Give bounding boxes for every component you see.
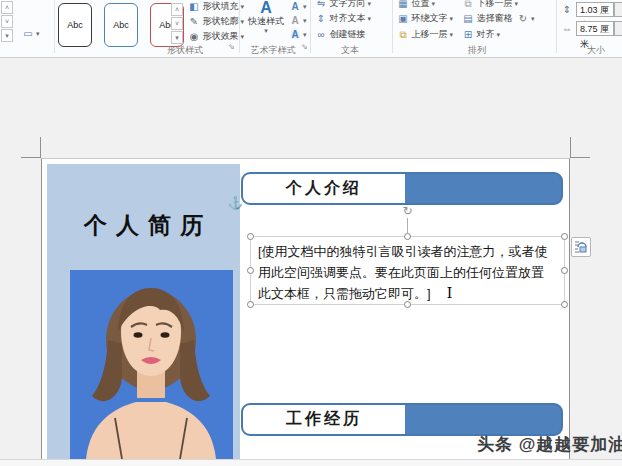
shape-style-preset-1[interactable]: Abc: [58, 3, 92, 47]
chevron-down-icon: ▾: [497, 31, 501, 38]
send-backward-button[interactable]: ⧉ 下移一层▾: [462, 0, 518, 10]
chevron-down-icon: ▾: [432, 0, 436, 7]
align-button[interactable]: ⊞ 对齐▾: [462, 27, 500, 41]
resize-handle-middle-left[interactable]: [247, 267, 254, 274]
size-group-label: 大小: [574, 44, 618, 55]
position-button[interactable]: ▦ 位置▾: [397, 0, 435, 10]
resize-handle-top-left[interactable]: [247, 233, 254, 240]
chevron-down-icon: ▾: [36, 30, 40, 37]
shapes-gallery-more-button[interactable]: ▾: [1, 29, 13, 42]
shape-height-spinner[interactable]: [614, 2, 622, 17]
group-divider: [310, 0, 311, 53]
text-group-label: 文本: [330, 44, 370, 55]
shapes-scroll-down-button[interactable]: ˅: [1, 15, 13, 28]
shapes-scroll-up-button[interactable]: ˄: [1, 1, 13, 14]
rotate-icon: ↻: [517, 12, 529, 26]
align-icon: ⊞: [462, 28, 474, 42]
chevron-down-icon: ▾: [303, 31, 307, 38]
intro-header-shape[interactable]: 个人介绍: [241, 172, 563, 205]
bring-forward-icon: ⧉: [397, 28, 409, 42]
shape-width-icon: ⇔: [561, 22, 573, 36]
shape-styles-group-label: 形状样式: [150, 44, 220, 55]
chevron-down-icon: ▾: [241, 3, 245, 10]
bring-forward-button[interactable]: ⧉ 上移一层▾: [397, 27, 453, 41]
shape-styles-dialog-launcher[interactable]: ⇘: [228, 43, 235, 51]
ribbon: ˄ ˅ ▾ ▭▾ Abc Abc Abc ˄ ˅ ▾ ◧ 形状填充▾ ✎ 形状轮…: [0, 0, 622, 58]
crop-mark-left-horizontal: [21, 157, 41, 158]
wrap-text-button[interactable]: ▣ 环绕文字▾: [397, 11, 453, 25]
chevron-down-icon: ▾: [368, 15, 372, 22]
shape-effects-icon: ◉: [188, 30, 200, 44]
shape-outline-button[interactable]: ✎ 形状轮廓▾: [188, 14, 244, 28]
shape-effects-button[interactable]: ◉ 形状效果▾: [188, 29, 244, 43]
status-strip: [0, 459, 622, 466]
arrange-group-label: 排列: [455, 44, 499, 55]
shape-height-field[interactable]: 1.03 厘米: [576, 2, 614, 17]
crop-mark-right-vertical: [570, 137, 571, 158]
shape-style-preset-2[interactable]: Abc: [104, 3, 138, 47]
text-outline-icon: A: [289, 14, 301, 28]
text-effects-icon: A: [289, 28, 301, 42]
shape-width-spinner[interactable]: [614, 21, 622, 36]
text-direction-icon: ⇋: [315, 0, 327, 11]
draw-textbox-button[interactable]: ▭▾: [22, 26, 40, 40]
wordart-group-label: 艺术字样式: [240, 44, 306, 55]
shape-fill-button[interactable]: ◧ 形状填充▾: [188, 0, 244, 13]
chevron-down-icon: ▾: [248, 27, 284, 35]
resume-title: 个人简历: [47, 210, 240, 241]
wordart-a-icon: A: [248, 0, 284, 16]
position-icon: ▦: [397, 0, 409, 11]
wordart-dialog-launcher[interactable]: ⇘: [301, 43, 308, 51]
style-gallery-down-button[interactable]: ˅: [171, 17, 183, 30]
layout-options-icon: [574, 240, 588, 254]
create-link-button[interactable]: ∞ 创建链接: [315, 27, 366, 41]
style-gallery-more-button[interactable]: ▾: [171, 31, 183, 44]
chevron-down-icon: ▾: [303, 17, 307, 24]
rotate-handle[interactable]: ↻: [400, 204, 415, 219]
chevron-down-icon: ▾: [241, 18, 245, 25]
resize-handle-bottom-right[interactable]: [561, 301, 568, 308]
resize-handle-middle-right[interactable]: [561, 267, 568, 274]
group-divider: [392, 0, 393, 53]
chevron-down-icon: ▾: [241, 33, 245, 40]
shape-width-field[interactable]: 8.75 厘米: [576, 21, 614, 36]
resize-handle-bottom-left[interactable]: [247, 301, 254, 308]
work-header-shape[interactable]: 工作经历: [241, 403, 563, 436]
resize-handle-top-center[interactable]: [404, 233, 411, 240]
send-backward-icon: ⧉: [462, 0, 474, 11]
selection-pane-button[interactable]: ▤ 选择窗格: [462, 11, 513, 25]
chevron-down-icon: ▾: [450, 15, 454, 22]
resize-handle-top-right[interactable]: [561, 233, 568, 240]
rotate-button[interactable]: ↻▾: [517, 11, 535, 25]
work-header-label: 工作经历: [243, 405, 405, 434]
intro-header-label: 个人介绍: [243, 174, 405, 203]
text-outline-button[interactable]: A▾: [289, 13, 307, 27]
chevron-down-icon: ▾: [368, 0, 372, 7]
align-text-button[interactable]: ⇕ 对齐文本▾: [315, 11, 371, 25]
text-effects-button[interactable]: A▾: [289, 27, 307, 41]
watermark-text: 头条 @越越要加油鸭: [477, 433, 622, 456]
wrap-text-icon: ▣: [397, 12, 409, 26]
chevron-down-icon: ▾: [303, 3, 307, 10]
textbox-line: 用此空间强调要点。要在此页面上的任何位置放置: [258, 262, 558, 283]
quick-styles-button[interactable]: A 快速样式 ▾: [248, 0, 284, 35]
crop-mark-left-vertical: [40, 137, 41, 158]
intro-textbox[interactable]: [使用文档中的独特引言吸引读者的注意力，或者使 用此空间强调要点。要在此页面上的…: [250, 236, 565, 305]
selection-pane-icon: ▤: [462, 12, 474, 26]
object-anchor-icon: ⚓: [228, 196, 243, 210]
textbox-icon: ▭: [22, 27, 34, 41]
profile-photo[interactable]: [70, 270, 233, 459]
chevron-down-icon: ▾: [450, 31, 454, 38]
portrait-illustration: [70, 270, 233, 459]
rotate-handle-connector: [407, 218, 408, 233]
textbox-line: [使用文档中的独特引言吸引读者的注意力，或者使: [258, 241, 558, 262]
word-window: ˄ ˅ ▾ ▭▾ Abc Abc Abc ˄ ˅ ▾ ◧ 形状填充▾ ✎ 形状轮…: [0, 0, 622, 466]
crop-mark-right-horizontal: [570, 157, 590, 158]
text-fill-button[interactable]: A▾: [289, 0, 307, 13]
chevron-down-icon: ▾: [531, 15, 535, 22]
layout-options-button[interactable]: [571, 237, 591, 257]
create-link-icon: ∞: [315, 28, 327, 42]
resize-handle-bottom-center[interactable]: [404, 301, 411, 308]
style-gallery-up-button[interactable]: ˄: [171, 3, 183, 16]
text-direction-button[interactable]: ⇋ 文字方向▾: [315, 0, 371, 10]
